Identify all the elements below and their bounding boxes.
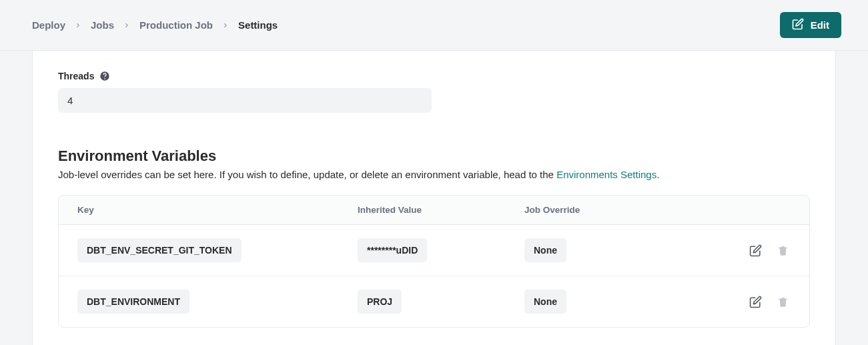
breadcrumb: Deploy Jobs Production Job Settings (32, 19, 278, 31)
env-vars-table: Key Inherited Value Job Override DBT_ENV… (58, 195, 810, 328)
chevron-right-icon (75, 22, 81, 29)
env-table-header: Key Inherited Value Job Override (59, 196, 809, 225)
threads-label: Threads (58, 71, 94, 81)
edit-row-button[interactable] (748, 294, 763, 310)
env-inherited-value: PROJ (358, 290, 402, 314)
header-bar: Deploy Jobs Production Job Settings Edit (0, 0, 868, 51)
table-row: DBT_ENV_SECRET_GIT_TOKEN ********uDID No… (59, 225, 809, 276)
env-key: DBT_ENV_SECRET_GIT_TOKEN (77, 238, 242, 262)
delete-row-button[interactable] (775, 294, 791, 310)
environments-settings-link[interactable]: Environments Settings (556, 169, 657, 180)
breadcrumb-settings: Settings (238, 19, 278, 31)
row-actions (717, 294, 791, 310)
env-override-value: None (524, 238, 566, 262)
header-key: Key (77, 205, 358, 215)
env-inherited-value: ********uDID (358, 238, 427, 262)
threads-label-row: Threads (58, 71, 810, 81)
chevron-right-icon (123, 22, 130, 29)
edit-button[interactable]: Edit (780, 12, 841, 38)
env-vars-desc-suffix: . (657, 169, 659, 180)
table-row: DBT_ENVIRONMENT PROJ None (59, 276, 809, 327)
breadcrumb-production-job[interactable]: Production Job (139, 19, 213, 31)
row-actions (717, 243, 791, 258)
edit-icon (792, 18, 804, 32)
env-override-value: None (524, 290, 566, 314)
threads-input: 4 (58, 88, 432, 113)
chevron-right-icon (222, 22, 229, 29)
env-vars-description: Job-level overrides can be set here. If … (58, 169, 810, 180)
settings-card: Threads 4 Environment Variables Job-leve… (32, 51, 836, 345)
env-vars-desc-prefix: Job-level overrides can be set here. If … (58, 169, 556, 180)
breadcrumb-deploy[interactable]: Deploy (32, 19, 65, 31)
help-icon[interactable] (99, 71, 110, 81)
env-vars-title: Environment Variables (58, 147, 810, 165)
edit-row-button[interactable] (748, 243, 763, 258)
header-override: Job Override (524, 205, 717, 215)
delete-row-button[interactable] (775, 243, 791, 258)
breadcrumb-jobs[interactable]: Jobs (91, 19, 114, 31)
content: Threads 4 Environment Variables Job-leve… (0, 51, 868, 345)
header-inherited: Inherited Value (358, 205, 524, 215)
edit-button-label: Edit (811, 19, 829, 31)
env-key: DBT_ENVIRONMENT (77, 290, 189, 314)
